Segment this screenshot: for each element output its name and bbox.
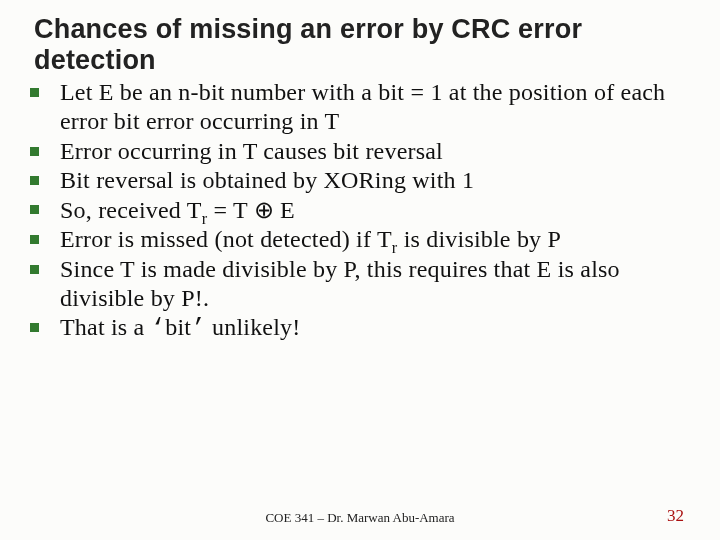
bullet-item: Bit reversal is obtained by XORing with … <box>30 166 692 195</box>
bullet-square-icon <box>30 265 39 274</box>
bullet-square-icon <box>30 176 39 185</box>
bullet-item: So, received Tr = T ⊕ E <box>30 195 692 225</box>
page-number: 32 <box>667 506 684 526</box>
bullet-item: That is a ‘bit’ unlikely! <box>30 313 692 343</box>
bullet-item: Since T is made divisible by P, this req… <box>30 255 692 314</box>
bullet-item: Error is missed (not detected) if Tr is … <box>30 225 692 254</box>
bullet-text: Let E be an n-bit number with a bit = 1 … <box>60 79 665 134</box>
bullet-text: Since T is made divisible by P, this req… <box>60 256 620 311</box>
bullet-item: Error occurring in T causes bit reversal <box>30 137 692 166</box>
bullet-text: That is a ‘bit’ unlikely! <box>60 314 300 340</box>
slide: Chances of missing an error by CRC error… <box>0 0 720 540</box>
slide-footer: COE 341 – Dr. Marwan Abu-Amara 32 <box>0 510 720 526</box>
bullet-square-icon <box>30 205 39 214</box>
bullet-square-icon <box>30 147 39 156</box>
bullet-text: So, received Tr = T ⊕ E <box>60 197 295 223</box>
bullet-square-icon <box>30 235 39 244</box>
bullet-text: Bit reversal is obtained by XORing with … <box>60 167 474 193</box>
footer-center-text: COE 341 – Dr. Marwan Abu-Amara <box>0 510 720 526</box>
bullet-text: Error occurring in T causes bit reversal <box>60 138 443 164</box>
bullet-text: Error is missed (not detected) if Tr is … <box>60 226 561 252</box>
bullet-item: Let E be an n-bit number with a bit = 1 … <box>30 78 692 137</box>
bullet-square-icon <box>30 323 39 332</box>
bullet-list: Let E be an n-bit number with a bit = 1 … <box>28 78 692 343</box>
slide-title: Chances of missing an error by CRC error… <box>34 14 692 76</box>
bullet-square-icon <box>30 88 39 97</box>
